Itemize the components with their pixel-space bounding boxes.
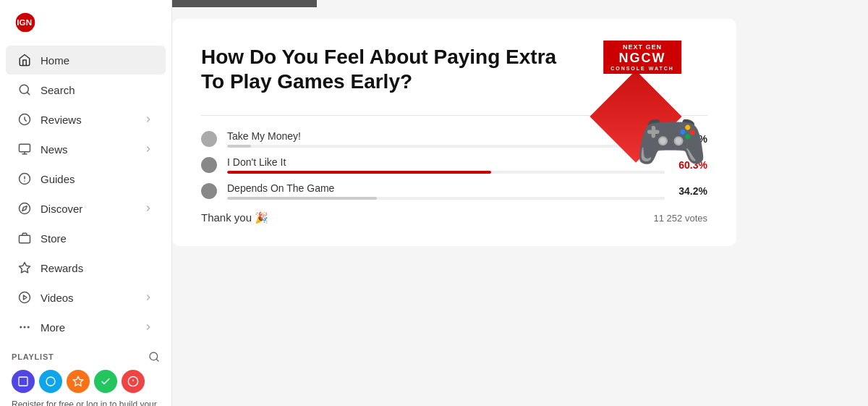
sidebar-item-store-label: Store xyxy=(41,232,154,245)
chevron-right-icon-2 xyxy=(142,143,154,155)
svg-point-11 xyxy=(20,203,30,214)
sidebar-item-home[interactable]: Home xyxy=(6,46,166,75)
sidebar-item-guides[interactable]: Guides xyxy=(6,164,166,193)
poll-option-3-label: Depends On The Game xyxy=(227,182,665,194)
svg-point-18 xyxy=(28,326,30,328)
sidebar: IGN Home Search Reviews xyxy=(0,0,172,406)
poll-card: How Do You Feel About Paying Extra To Pl… xyxy=(172,19,736,246)
main-content: How Do You Feel About Paying Extra To Pl… xyxy=(172,0,868,406)
svg-point-19 xyxy=(20,326,22,328)
news-icon xyxy=(17,142,32,156)
discover-icon xyxy=(17,201,32,216)
playlist-icon-row xyxy=(12,370,160,393)
svg-marker-16 xyxy=(24,295,27,300)
svg-marker-12 xyxy=(22,206,27,211)
sidebar-item-rewards[interactable]: Rewards xyxy=(6,253,166,282)
poll-footer: Thank you 🎉 11 252 votes xyxy=(201,211,707,224)
sidebar-item-videos[interactable]: Videos xyxy=(6,283,166,312)
search-icon xyxy=(17,83,32,97)
svg-point-15 xyxy=(20,292,30,303)
sidebar-item-rewards-label: Rewards xyxy=(41,262,154,274)
videos-icon xyxy=(17,290,32,305)
svg-line-3 xyxy=(27,92,29,94)
poll-header: How Do You Feel About Paying Extra To Pl… xyxy=(201,45,707,93)
svg-point-23 xyxy=(46,377,55,386)
poll-option-1-bar-wrap: Take My Money! xyxy=(227,130,665,148)
svg-line-21 xyxy=(156,359,158,361)
home-icon xyxy=(17,53,32,67)
playlist-icon-3 xyxy=(67,370,90,393)
poll-radio-3[interactable] xyxy=(201,183,217,199)
chevron-right-icon-3 xyxy=(142,203,154,214)
poll-option-2[interactable]: I Don't Like It 60.3% xyxy=(201,156,707,174)
svg-marker-24 xyxy=(73,376,82,386)
sidebar-item-discover-label: Discover xyxy=(41,203,142,215)
svg-marker-14 xyxy=(20,263,30,273)
poll-bar-bg-3 xyxy=(227,197,665,200)
ngcw-sub-label: CONSOLE WATCH xyxy=(610,66,674,71)
poll-votes: 11 252 votes xyxy=(654,213,707,224)
poll-title: How Do You Feel About Paying Extra To Pl… xyxy=(201,45,563,93)
sidebar-item-news[interactable]: News xyxy=(6,135,166,164)
playlist-section: PLAYLIST Register for free or log in to … xyxy=(0,342,171,406)
sidebar-item-more[interactable]: More xyxy=(6,313,166,342)
chevron-right-icon xyxy=(142,114,154,125)
sidebar-logo[interactable]: IGN xyxy=(0,0,171,45)
sidebar-nav: Home Search Reviews News xyxy=(0,45,171,342)
sidebar-item-search-label: Search xyxy=(41,84,154,96)
svg-rect-5 xyxy=(20,144,30,152)
poll-option-2-bar-wrap: I Don't Like It xyxy=(227,156,665,174)
sidebar-item-reviews-label: Reviews xyxy=(41,114,142,126)
playlist-search-icon[interactable] xyxy=(148,351,160,363)
store-icon xyxy=(17,231,32,245)
playlist-header: PLAYLIST xyxy=(12,351,160,363)
svg-point-17 xyxy=(24,326,25,328)
poll-thankyou: Thank you 🎉 xyxy=(201,211,268,224)
sidebar-item-home-label: Home xyxy=(41,54,154,67)
poll-radio-2[interactable] xyxy=(201,157,217,173)
guides-icon xyxy=(17,172,32,186)
sidebar-item-more-label: More xyxy=(41,321,142,334)
poll-bar-fill-2 xyxy=(227,171,491,174)
svg-rect-22 xyxy=(19,377,27,386)
ngcw-top-label: NEXT GEN NGCW CONSOLE WATCH xyxy=(603,41,681,74)
more-icon xyxy=(17,320,32,334)
poll-percent-3: 34.2% xyxy=(675,185,707,197)
playlist-icon-4 xyxy=(94,370,117,393)
chevron-right-icon-4 xyxy=(142,292,154,303)
playlist-icon-2 xyxy=(39,370,62,393)
poll-option-1-label: Take My Money! xyxy=(227,130,665,142)
playlist-icon-1 xyxy=(12,370,35,393)
top-image-bar xyxy=(172,0,317,7)
ngcw-main-label: NGCW xyxy=(610,51,674,66)
chevron-right-icon-5 xyxy=(142,321,154,333)
sidebar-item-reviews[interactable]: Reviews xyxy=(6,105,166,134)
sidebar-item-news-label: News xyxy=(41,143,142,156)
poll-radio-1[interactable] xyxy=(201,131,217,147)
ngcw-figures: 🎮 xyxy=(635,113,707,171)
sidebar-item-search[interactable]: Search xyxy=(6,75,166,104)
svg-text:IGN: IGN xyxy=(17,17,32,27)
svg-rect-13 xyxy=(20,235,30,243)
poll-option-3-bar-wrap: Depends On The Game xyxy=(227,182,665,200)
sidebar-item-store[interactable]: Store xyxy=(6,224,166,253)
sidebar-item-guides-label: Guides xyxy=(41,173,154,185)
playlist-icon-5 xyxy=(122,370,145,393)
sidebar-item-discover[interactable]: Discover xyxy=(6,194,166,223)
poll-option-3[interactable]: Depends On The Game 34.2% xyxy=(201,182,707,200)
playlist-title: PLAYLIST xyxy=(12,352,54,361)
poll-bar-bg-2 xyxy=(227,171,665,174)
sidebar-item-videos-label: Videos xyxy=(41,292,142,304)
poll-bar-fill-1 xyxy=(227,145,251,148)
poll-option-2-label: I Don't Like It xyxy=(227,156,665,168)
poll-bar-fill-3 xyxy=(227,197,377,200)
playlist-register-text: Register for free or log in to build you… xyxy=(12,399,160,406)
reviews-icon xyxy=(17,112,32,127)
rewards-icon xyxy=(17,261,32,275)
poll-bar-bg-1 xyxy=(227,145,665,148)
